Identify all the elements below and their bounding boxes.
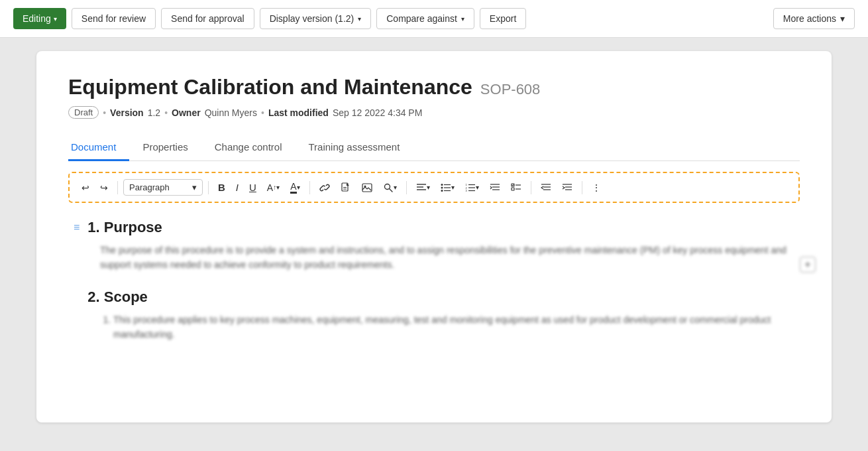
more-toolbar-button[interactable]: ⋮ — [588, 180, 605, 196]
redo-button[interactable]: ↪ — [96, 180, 112, 196]
decrease-indent-button[interactable] — [537, 180, 555, 195]
section-1-body: The purpose of this procedure is to prov… — [100, 243, 794, 273]
svg-point-10 — [441, 184, 443, 186]
increase-indent-icon — [562, 183, 572, 192]
document-id: SOP-608 — [480, 81, 541, 98]
file-button[interactable] — [337, 180, 355, 196]
paragraph-select[interactable]: Paragraph ▾ — [123, 179, 203, 196]
toolbar-divider-2 — [208, 181, 209, 194]
display-version-button[interactable]: Display version (1.2) ▾ — [260, 8, 372, 29]
align-icon — [416, 183, 427, 192]
editing-button[interactable]: Editing ▾ — [13, 8, 66, 29]
modified-value: Sep 12 2022 4:34 PM — [333, 107, 422, 118]
numbered-list-button[interactable]: 1 2 3 ▾ — [461, 180, 483, 195]
search-replace-button[interactable]: ▾ — [379, 180, 401, 196]
display-version-chevron-icon: ▾ — [358, 15, 361, 23]
svg-rect-3 — [362, 184, 372, 192]
meta-sep-3: • — [261, 107, 264, 118]
align-button[interactable]: ▾ — [412, 180, 434, 195]
editor-toolbar: ↩ ↪ Paragraph ▾ B I U A↑ ▾ A ▾ — [68, 172, 800, 203]
font-size-button[interactable]: A↑ ▾ — [263, 180, 284, 196]
bullet-list-icon — [441, 183, 451, 192]
toolbar-divider-4 — [406, 181, 407, 194]
section-2-title: 2. Scope — [87, 289, 147, 306]
toolbar-divider-6 — [582, 181, 582, 194]
display-version-label: Display version (1.2) — [270, 13, 354, 24]
send-for-approval-button[interactable]: Send for approval — [161, 8, 254, 29]
version-label: Version — [110, 107, 144, 118]
document-card: Equipment Calibration and Maintenance SO… — [36, 51, 832, 422]
compare-against-button[interactable]: Compare against ▾ — [376, 8, 474, 29]
link-button[interactable] — [315, 180, 334, 196]
italic-button[interactable]: I — [232, 179, 243, 196]
checklist-icon — [511, 183, 521, 192]
paragraph-label: Paragraph — [129, 182, 170, 192]
more-actions-button[interactable]: More actions ▾ — [773, 8, 855, 29]
owner-value: Quinn Myers — [205, 107, 257, 118]
image-button[interactable] — [358, 180, 376, 196]
editing-chevron-icon: ▾ — [54, 15, 57, 23]
svg-rect-1 — [343, 187, 347, 188]
document-status: Draft — [68, 106, 99, 119]
increase-indent-button[interactable] — [558, 180, 576, 195]
modified-label: Last modified — [268, 107, 329, 118]
search-icon — [383, 182, 394, 193]
toolbar-divider-1 — [117, 181, 118, 194]
version-value: 1.2 — [148, 107, 160, 118]
more-actions-chevron-icon: ▾ — [840, 13, 845, 24]
svg-rect-2 — [343, 188, 347, 189]
numbered-list-icon: 1 2 3 — [465, 183, 476, 192]
more-actions-label: More actions — [783, 13, 836, 24]
decrease-indent-icon — [541, 183, 551, 192]
link-icon — [319, 182, 330, 193]
scope-list-item: This procedure applies to key process ma… — [113, 312, 794, 342]
section-1-drag-handle[interactable]: ≡ — [74, 222, 80, 233]
document-title: Equipment Calibration and Maintenance — [68, 75, 472, 99]
undo-button[interactable]: ↩ — [78, 180, 93, 196]
file-icon — [341, 182, 351, 193]
underline-button[interactable]: U — [245, 179, 260, 196]
export-button[interactable]: Export — [480, 8, 526, 29]
section-1-text: The purpose of this procedure is to prov… — [100, 243, 794, 273]
section-1-title: 1. Purpose — [87, 219, 162, 236]
add-content-button[interactable]: + — [800, 257, 816, 273]
indent-icon — [490, 183, 500, 192]
svg-point-11 — [441, 186, 443, 188]
paragraph-chevron-icon: ▾ — [192, 182, 197, 192]
document-meta: Draft • Version 1.2 • Owner Quinn Myers … — [68, 106, 800, 119]
editing-label: Editing — [23, 13, 51, 24]
image-icon — [362, 182, 372, 193]
meta-sep-1: • — [103, 107, 106, 118]
svg-rect-26 — [512, 188, 514, 190]
bullet-list-button[interactable]: ▾ — [437, 180, 459, 195]
toolbar-divider-3 — [309, 181, 310, 194]
top-toolbar: Editing ▾ Send for review Send for appro… — [0, 0, 868, 38]
tab-document[interactable]: Document — [68, 135, 129, 161]
compare-against-label: Compare against — [386, 13, 457, 24]
send-for-review-button[interactable]: Send for review — [72, 8, 156, 29]
main-content: Equipment Calibration and Maintenance SO… — [0, 38, 868, 451]
toolbar-divider-5 — [531, 181, 531, 194]
svg-line-6 — [389, 188, 392, 192]
checklist-button[interactable] — [507, 180, 525, 195]
meta-sep-2: • — [164, 107, 168, 118]
owner-label: Owner — [172, 107, 201, 118]
document-tabs: Document Properties Change control Train… — [68, 135, 800, 161]
tab-change-control[interactable]: Change control — [201, 135, 296, 161]
document-body: ≡ 1. Purpose The purpose of this procedu… — [68, 219, 800, 342]
svg-point-12 — [441, 190, 443, 192]
font-color-button[interactable]: A ▾ — [286, 178, 303, 196]
tab-training-assessment[interactable]: Training assessment — [295, 135, 413, 161]
svg-text:3: 3 — [465, 189, 467, 192]
section-2-body: This procedure applies to key process ma… — [100, 312, 794, 342]
section-2-header: ≡ 2. Scope — [74, 289, 794, 306]
bold-button[interactable]: B — [214, 179, 229, 196]
indent-button[interactable] — [486, 180, 504, 195]
section-1-header: ≡ 1. Purpose — [74, 219, 794, 236]
compare-against-chevron-icon: ▾ — [461, 15, 464, 23]
document-title-row: Equipment Calibration and Maintenance SO… — [68, 75, 800, 99]
tab-properties[interactable]: Properties — [129, 135, 201, 161]
